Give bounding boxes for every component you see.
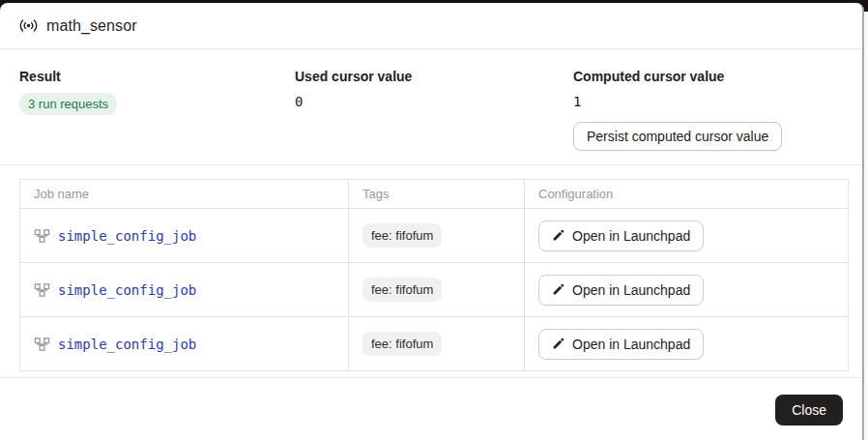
computed-cursor-section: Computed cursor value 1 Persist computed… bbox=[573, 69, 843, 151]
job-graph-icon bbox=[34, 282, 50, 298]
open-in-launchpad-label: Open in Launchpad bbox=[572, 337, 690, 352]
job-graph-icon bbox=[34, 337, 50, 352]
pencil-icon bbox=[552, 229, 564, 242]
table-header-row: Job name Tags Configuration bbox=[20, 180, 849, 209]
persist-cursor-button[interactable]: Persist computed cursor value bbox=[573, 122, 782, 151]
job-name-link[interactable]: simple_config_job bbox=[58, 337, 196, 352]
open-in-launchpad-button[interactable]: Open in Launchpad bbox=[538, 220, 704, 251]
column-header-job-name: Job name bbox=[20, 180, 349, 209]
result-section: Result 3 run requests bbox=[19, 69, 295, 151]
open-in-launchpad-label: Open in Launchpad bbox=[572, 282, 690, 298]
used-cursor-label: Used cursor value bbox=[295, 69, 573, 84]
used-cursor-value: 0 bbox=[295, 94, 573, 109]
sensor-evaluation-dialog: math_sensor Result 3 run requests Used c… bbox=[0, 3, 864, 440]
run-requests-table: Job name Tags Configuration bbox=[19, 179, 849, 371]
section-divider bbox=[0, 164, 862, 165]
table-row: simple_config_job fee: fifofum Open in L… bbox=[20, 263, 849, 317]
open-in-launchpad-label: Open in Launchpad bbox=[572, 228, 690, 244]
evaluation-summary: Result 3 run requests Used cursor value … bbox=[0, 49, 862, 151]
result-label: Result bbox=[19, 69, 295, 84]
job-name-link[interactable]: simple_config_job bbox=[58, 228, 196, 244]
run-requests-badge: 3 run requests bbox=[19, 93, 117, 115]
open-in-launchpad-button[interactable]: Open in Launchpad bbox=[538, 329, 704, 360]
open-in-launchpad-button[interactable]: Open in Launchpad bbox=[538, 275, 704, 306]
persist-cursor-button-label: Persist computed cursor value bbox=[587, 129, 768, 144]
pencil-icon bbox=[552, 337, 564, 350]
tag-chip: fee: fifofum bbox=[362, 332, 442, 356]
job-graph-icon bbox=[34, 228, 50, 244]
column-header-tags: Tags bbox=[349, 180, 525, 209]
computed-cursor-value: 1 bbox=[573, 94, 843, 109]
sensor-icon bbox=[19, 18, 38, 33]
computed-cursor-label: Computed cursor value bbox=[573, 69, 843, 84]
tag-chip: fee: fifofum bbox=[362, 223, 442, 248]
dialog-footer: Close bbox=[0, 377, 862, 425]
job-name-link[interactable]: simple_config_job bbox=[58, 282, 196, 298]
table-row: simple_config_job fee: fifofum Open in L… bbox=[20, 209, 849, 263]
dialog-title: math_sensor bbox=[46, 17, 137, 35]
close-button[interactable]: Close bbox=[775, 395, 843, 425]
table-row: simple_config_job fee: fifofum Open in L… bbox=[20, 317, 849, 371]
dialog-header: math_sensor bbox=[0, 3, 862, 49]
used-cursor-section: Used cursor value 0 bbox=[295, 69, 573, 151]
tag-chip: fee: fifofum bbox=[362, 278, 442, 302]
column-header-configuration: Configuration bbox=[525, 180, 849, 209]
pencil-icon bbox=[552, 283, 564, 296]
